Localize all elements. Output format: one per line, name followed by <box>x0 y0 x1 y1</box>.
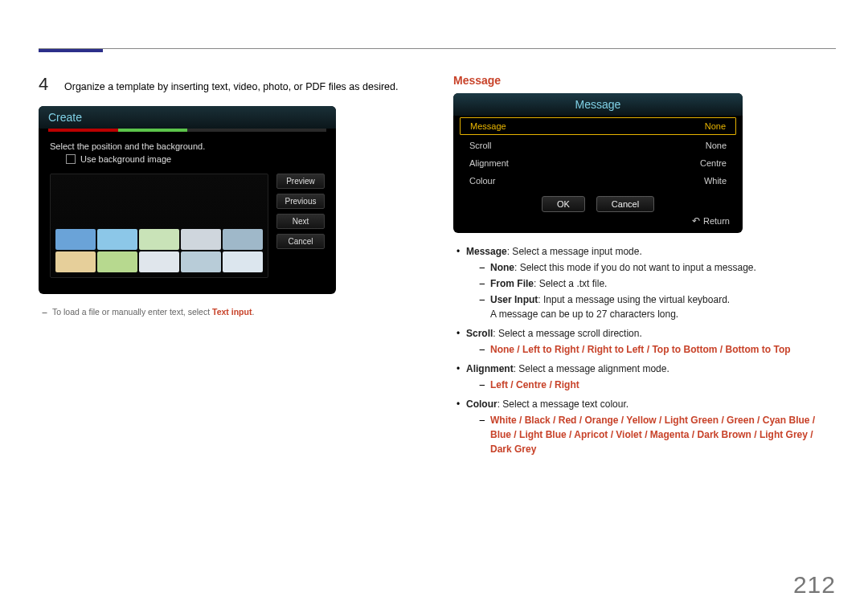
thumbnail[interactable] <box>223 251 263 272</box>
thumbnail[interactable] <box>97 229 137 250</box>
thumbnail[interactable] <box>139 229 179 250</box>
step-number: 4 <box>39 74 53 95</box>
term: User Input <box>490 294 538 305</box>
checkbox-label: Use background image <box>80 154 171 164</box>
previous-button[interactable]: Previous <box>276 194 325 209</box>
create-panel: Create Select the position and the backg… <box>39 106 336 294</box>
doc-sub-none: None: Select this mode if you do not wan… <box>466 260 836 275</box>
header-accent-bar <box>39 49 103 52</box>
doc-sub-fromfile: From File: Select a .txt file. <box>466 276 836 291</box>
left-column: 4 Organize a template by inserting text,… <box>39 74 421 581</box>
thumbnail[interactable] <box>139 251 179 272</box>
footnote: ‒To load a file or manually enter text, … <box>42 307 421 317</box>
thumbnail-grid <box>55 229 263 272</box>
footnote-emphasis: Text input <box>212 307 252 317</box>
colour-row[interactable]: Colour White <box>453 172 743 190</box>
doc-item-message: Message: Select a message input mode. No… <box>453 244 836 321</box>
row-label: Message <box>470 121 506 131</box>
next-button[interactable]: Next <box>276 214 325 229</box>
term: From File <box>490 278 534 289</box>
scroll-row[interactable]: Scroll None <box>453 137 743 154</box>
return-label: Return <box>703 216 730 226</box>
opts: White / Black / Red / Orange / Yellow / … <box>490 415 815 455</box>
extra: A message can be up to 27 characters lon… <box>490 309 678 320</box>
step-row: 4 Organize a template by inserting text,… <box>39 74 421 95</box>
section-title: Message <box>453 74 836 87</box>
doc-item-scroll: Scroll: Select a message scroll directio… <box>453 326 836 357</box>
desc: : Select a message scroll direction. <box>493 328 641 339</box>
alignment-row[interactable]: Alignment Centre <box>453 154 743 172</box>
footnote-suffix: . <box>252 307 254 317</box>
desc: : Select a message text colour. <box>497 398 628 410</box>
row-label: Colour <box>469 176 495 186</box>
thumbnail[interactable] <box>97 251 137 272</box>
doc-sub-userinput: User Input: Input a message using the vi… <box>466 292 836 321</box>
thumbnail[interactable] <box>223 229 263 250</box>
footnote-text: To load a file or manually enter text, s… <box>52 307 212 317</box>
create-panel-title: Create <box>39 106 336 129</box>
term: Message <box>466 246 507 257</box>
message-panel-title: Message <box>453 93 743 116</box>
create-progress <box>48 129 326 132</box>
return-icon <box>692 215 700 227</box>
header-rule <box>39 48 836 49</box>
row-value: None <box>705 121 726 131</box>
step-text: Organize a template by inserting text, v… <box>64 81 399 92</box>
preview-area <box>50 174 268 278</box>
create-subtitle: Select the position and the background. <box>50 141 325 151</box>
progress-seg-1 <box>48 129 118 132</box>
progress-seg-3 <box>187 129 326 132</box>
term: Alignment <box>466 363 514 374</box>
row-value: Centre <box>700 158 727 168</box>
thumbnail[interactable] <box>181 251 221 272</box>
ok-button[interactable]: OK <box>542 196 585 212</box>
cancel-button[interactable]: Cancel <box>276 234 325 249</box>
term: Scroll <box>466 328 493 339</box>
page-number: 212 <box>793 571 836 599</box>
message-panel: Message Message None Scroll None Alignme… <box>453 93 743 233</box>
row-value: White <box>704 176 727 186</box>
thumbnail[interactable] <box>55 251 96 272</box>
doc-list: Message: Select a message input mode. No… <box>453 244 836 456</box>
doc-sub-colour-opts: White / Black / Red / Orange / Yellow / … <box>466 413 836 456</box>
desc: : Select this mode if you do not want to… <box>514 262 756 273</box>
progress-seg-2 <box>118 129 188 132</box>
return-row[interactable]: Return <box>453 215 743 227</box>
opts: None / Left to Right / Right to Left / T… <box>490 344 791 355</box>
desc: : Select a .txt file. <box>534 278 607 289</box>
doc-sub-align-opts: Left / Centre / Right <box>466 378 836 392</box>
opts: Left / Centre / Right <box>490 379 579 390</box>
doc-item-alignment: Alignment: Select a message alignment mo… <box>453 362 836 392</box>
right-column: Message Message Message None Scroll None… <box>453 74 836 581</box>
doc-sub-scroll-opts: None / Left to Right / Right to Left / T… <box>466 342 836 357</box>
thumbnail[interactable] <box>181 229 221 250</box>
message-row-selected[interactable]: Message None <box>460 117 736 135</box>
cancel-button[interactable]: Cancel <box>596 196 654 212</box>
row-label: Alignment <box>469 158 509 168</box>
row-value: None <box>706 141 727 150</box>
term: Colour <box>466 398 497 410</box>
desc: : Select a message input mode. <box>507 246 642 257</box>
row-label: Scroll <box>469 141 492 150</box>
thumbnail[interactable] <box>55 229 96 250</box>
desc: : Select a message alignment mode. <box>514 363 669 374</box>
term: None <box>490 262 514 273</box>
doc-item-colour: Colour: Select a message text colour. Wh… <box>453 397 836 456</box>
desc: : Input a message using the virtual keyb… <box>538 294 730 305</box>
background-checkbox-row[interactable]: Use background image <box>66 154 325 164</box>
preview-button[interactable]: Preview <box>276 174 325 189</box>
checkbox-icon[interactable] <box>66 154 76 164</box>
